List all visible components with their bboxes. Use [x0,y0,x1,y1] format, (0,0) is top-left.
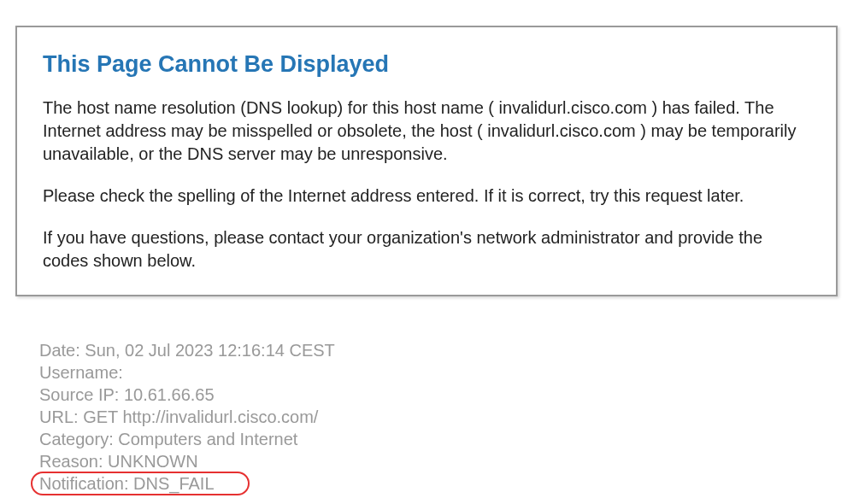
meta-row-reason: Reason: UNKNOWN [39,450,838,472]
meta-value-category: Computers and Internet [118,430,297,448]
error-message-box: This Page Cannot Be Displayed The host n… [15,26,838,296]
meta-row-sourceip: Source IP: 10.61.66.65 [39,384,838,406]
error-paragraph-contact: If you have questions, please contact yo… [43,226,810,273]
meta-value-reason: UNKNOWN [108,452,198,471]
meta-row-date: Date: Sun, 02 Jul 2023 12:16:14 CEST [39,339,838,361]
meta-label-category: Category: [39,430,118,448]
error-title: This Page Cannot Be Displayed [43,51,810,78]
meta-row-notification: Notification: DNS_FAIL [39,472,838,495]
meta-label-date: Date: [39,341,85,360]
meta-label-reason: Reason: [39,452,108,471]
meta-label-url: URL: [39,407,83,426]
meta-label-notification: Notification: [39,474,133,493]
meta-label-username: Username: [39,363,123,382]
error-paragraph-dns: The host name resolution (DNS lookup) fo… [43,97,810,166]
error-metadata: Date: Sun, 02 Jul 2023 12:16:14 CEST Use… [15,339,838,495]
meta-value-notification: DNS_FAIL [133,474,214,493]
meta-label-sourceip: Source IP: [39,385,124,404]
meta-value-sourceip: 10.61.66.65 [124,385,215,404]
meta-value-url: GET http://invalidurl.cisco.com/ [83,407,318,426]
error-paragraph-spelling: Please check the spelling of the Interne… [43,185,810,208]
meta-row-username: Username: [39,361,838,384]
meta-row-category: Category: Computers and Internet [39,428,838,450]
meta-value-date: Sun, 02 Jul 2023 12:16:14 CEST [85,341,334,360]
meta-row-url: URL: GET http://invalidurl.cisco.com/ [39,406,838,428]
